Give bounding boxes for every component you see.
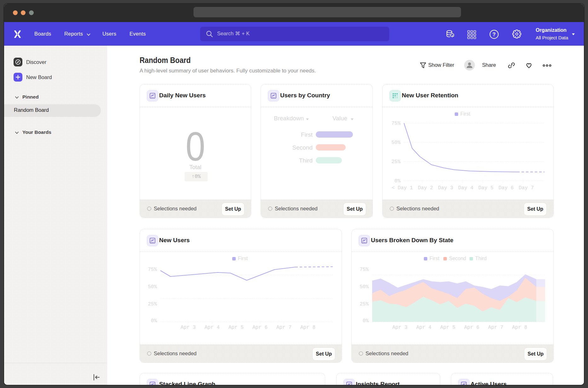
svg-text:?: ? xyxy=(493,32,496,37)
